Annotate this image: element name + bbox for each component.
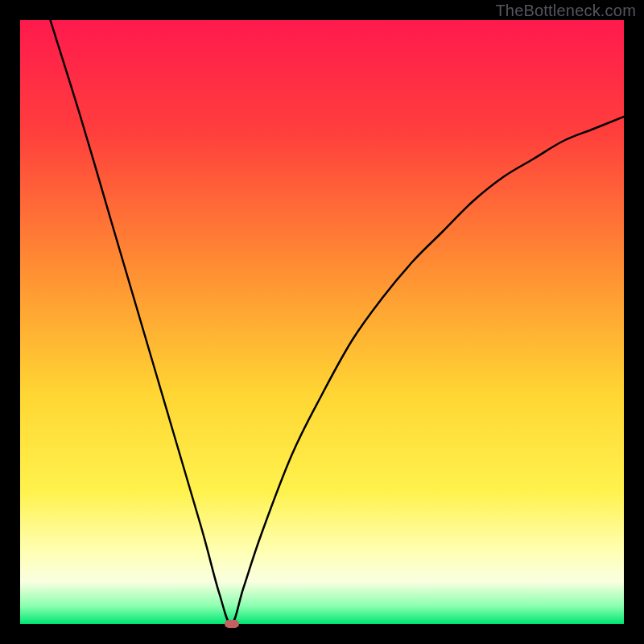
plot-area — [20, 20, 624, 624]
bottleneck-curve — [20, 20, 624, 624]
chart-frame — [20, 20, 624, 624]
watermark-text: TheBottleneck.com — [495, 2, 636, 20]
optimal-point-marker — [225, 620, 239, 628]
